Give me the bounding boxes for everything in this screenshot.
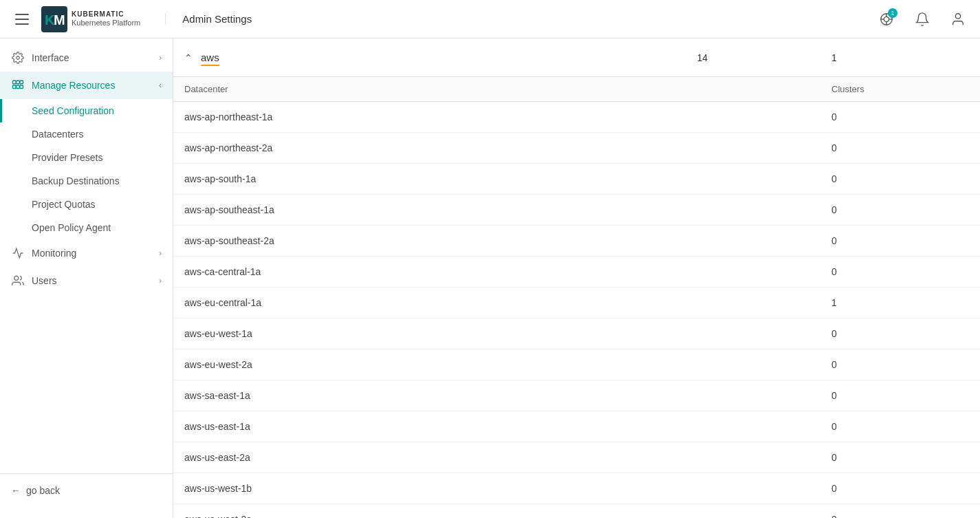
table-row: aws-us-east-1a 0 (173, 411, 980, 442)
chevron-down-users-icon: › (159, 276, 162, 285)
svg-rect-13 (20, 80, 23, 84)
provider-cluster-count: 1 (831, 52, 969, 63)
layout: Interface › Manage Resources ‹ (0, 39, 980, 518)
table-rows-container: aws-ap-northeast-1a 0 aws-ap-northeast-2… (173, 102, 980, 518)
clusters-cell: 0 (831, 142, 969, 153)
datacenter-cell: aws-ap-northeast-1a (184, 111, 831, 122)
datacenter-cell: aws-ap-northeast-2a (184, 142, 831, 153)
table-row: aws-ap-southeast-2a 0 (173, 226, 980, 257)
sidebar-sub-item-project-quotas[interactable]: Project Quotas (0, 193, 173, 216)
table-row: aws-us-east-2a 0 (173, 442, 980, 473)
sidebar-item-interface[interactable]: Interface › (0, 44, 173, 72)
collapse-icon[interactable]: ⌃ (184, 52, 193, 63)
table-row: aws-ap-southeast-1a 0 (173, 195, 980, 226)
sidebar-footer-back[interactable]: ← go back (0, 473, 173, 507)
clusters-cell: 0 (831, 483, 969, 494)
table-row: aws-ca-central-1a 0 (173, 257, 980, 288)
datacenter-cell: aws-ap-south-1a (184, 173, 831, 184)
datacenter-cell: aws-eu-central-1a (184, 297, 831, 308)
svg-point-10 (17, 56, 20, 60)
clusters-cell: 0 (831, 514, 969, 518)
datacenter-cell: aws-us-east-2a (184, 452, 831, 463)
table-row: aws-us-west-2a 0 (173, 504, 980, 518)
sidebar: Interface › Manage Resources ‹ (0, 39, 173, 518)
table-row: aws-ap-northeast-2a 0 (173, 133, 980, 164)
user-button[interactable] (947, 8, 969, 30)
back-label: go back (26, 485, 60, 496)
back-icon: ← (11, 485, 21, 496)
user-icon (950, 12, 966, 27)
datacenter-cell: aws-ca-central-1a (184, 266, 831, 277)
menu-button[interactable] (11, 8, 33, 30)
svg-text:M: M (54, 12, 65, 28)
datacenter-cell: aws-ap-southeast-1a (184, 204, 831, 215)
table-header: Datacenter Clusters (173, 77, 980, 102)
logo-sub: Kubernetes Platform (72, 19, 140, 28)
svg-rect-15 (17, 85, 20, 89)
chevron-down-icon: › (159, 53, 162, 63)
table-row: aws-eu-west-2a 0 (173, 349, 980, 380)
users-icon (11, 274, 25, 288)
svg-rect-16 (20, 85, 23, 89)
clusters-cell: 0 (831, 111, 969, 122)
content-table: ⌃ aws 14 1 Datacenter Clusters aws-ap-no… (173, 39, 980, 518)
provider-datacenter-count: 14 (697, 52, 708, 63)
logo-text: KUBERMATIC Kubernetes Platform (72, 10, 140, 28)
col-header-datacenter: Datacenter (184, 84, 831, 94)
col-header-clusters: Clusters (831, 84, 969, 94)
datacenter-cell: aws-sa-east-1a (184, 390, 831, 401)
table-row: aws-us-west-1b 0 (173, 473, 980, 504)
main-content: ⌃ aws 14 1 Datacenter Clusters aws-ap-no… (173, 39, 980, 518)
sidebar-item-interface-label: Interface (32, 52, 152, 63)
table-row: aws-sa-east-1a 0 (173, 380, 980, 411)
sidebar-sub-item-seed-configuration[interactable]: Seed Configuration (0, 99, 173, 122)
sidebar-sub-item-datacenters[interactable]: Datacenters (0, 122, 173, 146)
sidebar-item-monitoring[interactable]: Monitoring › (0, 239, 173, 267)
svg-point-9 (955, 13, 960, 18)
notification-badge: 1 (888, 8, 897, 18)
table-row: aws-ap-northeast-1a 0 (173, 102, 980, 133)
resource-icon (11, 78, 25, 92)
sidebar-item-users[interactable]: Users › (0, 267, 173, 294)
datacenter-cell: aws-us-east-1a (184, 421, 831, 432)
svg-point-17 (14, 276, 19, 280)
topbar-left: K M KUBERMATIC Kubernetes Platform Admin… (11, 6, 252, 32)
clusters-cell: 0 (831, 390, 969, 401)
logo-container: K M KUBERMATIC Kubernetes Platform (41, 6, 140, 32)
sidebar-sub-item-open-policy-agent[interactable]: Open Policy Agent (0, 216, 173, 239)
page-title: Admin Settings (165, 13, 252, 25)
support-button[interactable]: 1 (875, 8, 897, 30)
chevron-up-icon: ‹ (159, 80, 162, 90)
clusters-cell: 0 (831, 235, 969, 246)
datacenter-cell: aws-ap-southeast-2a (184, 235, 831, 246)
logo-brand: KUBERMATIC (72, 10, 140, 19)
table-row: aws-ap-south-1a 0 (173, 164, 980, 195)
svg-point-4 (884, 17, 889, 21)
datacenter-cell: aws-us-west-1b (184, 483, 831, 494)
topbar-right: 1 (875, 8, 969, 30)
sidebar-sub-item-backup-destinations[interactable]: Backup Destinations (0, 169, 173, 193)
clusters-cell: 0 (831, 328, 969, 339)
sidebar-sub-item-provider-presets[interactable]: Provider Presets (0, 146, 173, 169)
svg-rect-11 (13, 80, 17, 84)
datacenter-cell: aws-eu-west-2a (184, 359, 831, 370)
svg-rect-14 (13, 85, 17, 89)
clusters-cell: 1 (831, 297, 969, 308)
topbar: K M KUBERMATIC Kubernetes Platform Admin… (0, 0, 980, 39)
datacenter-cell: aws-us-west-2a (184, 514, 831, 518)
clusters-cell: 0 (831, 359, 969, 370)
svg-rect-12 (17, 80, 20, 84)
hamburger-icon (15, 14, 29, 25)
monitoring-icon (11, 246, 25, 260)
chevron-down-monitoring-icon: › (159, 248, 162, 258)
bell-button[interactable] (911, 8, 933, 30)
clusters-cell: 0 (831, 421, 969, 432)
provider-header[interactable]: ⌃ aws 14 1 (173, 39, 980, 77)
bell-icon (915, 12, 930, 27)
table-row: aws-eu-central-1a 1 (173, 288, 980, 319)
clusters-cell: 0 (831, 204, 969, 215)
sidebar-item-manage-resources[interactable]: Manage Resources ‹ (0, 72, 173, 99)
kubermatic-logo: K M (41, 6, 67, 32)
sidebar-item-users-label: Users (32, 275, 152, 286)
provider-name: aws (201, 52, 219, 63)
